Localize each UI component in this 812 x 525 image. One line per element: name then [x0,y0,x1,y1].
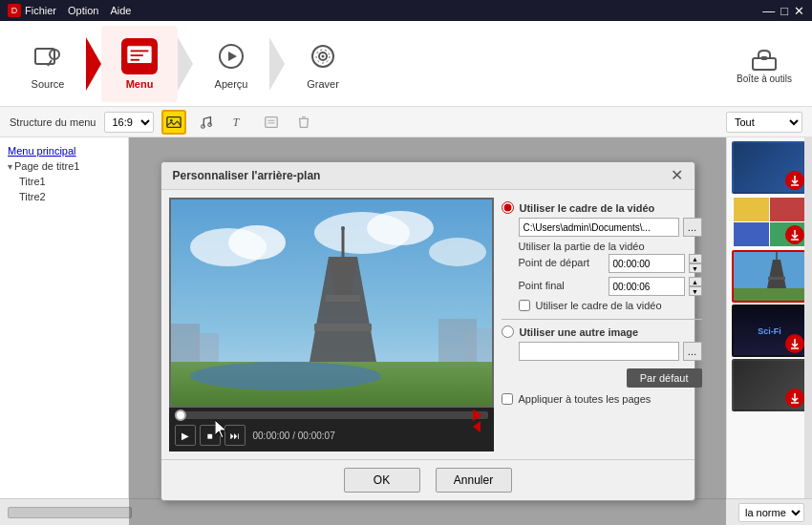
video-timeline: ▶ ■ ⏭ 00:00:00 / 00:00:07 [169,408,494,452]
use-other-image-label: Utiliser une autre image [520,326,639,338]
menu-aide[interactable]: Aide [110,5,131,16]
svg-point-16 [170,118,173,121]
download-icon-2 [785,225,804,244]
thumbnail-5[interactable] [732,359,808,411]
center-area: Personnaliser l'arrière-plan ✕ [129,137,726,525]
video-controls: ▶ ■ ⏭ 00:00:00 / 00:00:07 [175,423,488,448]
tout-select[interactable]: Tout [726,112,802,133]
delete-btn[interactable] [291,110,316,135]
tree-page-titre1[interactable]: ▾ Page de titre1 [4,158,124,174]
use-video-part-label: Utiliser la partie de la vidéo [519,241,702,252]
use-other-image-group: Utiliser une autre image … [502,326,702,361]
timeline-bar[interactable] [175,411,488,419]
next-button[interactable]: ⏭ [224,425,246,446]
use-video-frame-radio-row: Utiliser le cadre de la vidéo [502,201,702,214]
right-scrollbar[interactable] [804,137,812,525]
ratio-select[interactable]: 16:9 4:3 [104,112,154,133]
titlebar-left: D Fichier Option Aide [8,4,131,17]
background-image-btn[interactable] [161,110,186,135]
use-video-frame-group: Utiliser le cadre de la vidéo … Utiliser… [502,201,702,311]
play-button[interactable]: ▶ [175,425,196,446]
menu-option[interactable]: Option [68,5,98,16]
titlebar: D Fichier Option Aide — □ ✕ [0,0,812,21]
svg-rect-14 [761,56,767,60]
start-spin-down[interactable]: ▼ [689,263,702,273]
tree-menu-principal[interactable]: Menu principal [4,143,124,158]
menu-toolbar-bar: Structure du menu 16:9 4:3 T [0,107,812,137]
default-button[interactable]: Par défaut [627,368,702,388]
stop-button[interactable]: ■ [200,425,221,446]
thumbnail-2[interactable] [732,196,808,248]
close-button[interactable]: ✕ [794,5,804,17]
graver-icon [305,38,341,74]
maximize-button[interactable]: □ [780,5,788,17]
svg-rect-33 [314,324,372,331]
end-point-row: Point final ▲ ▼ [519,277,702,296]
toolbar-menu[interactable]: Menu [101,26,178,102]
start-spin: ▲ ▼ [689,254,702,273]
video-frame [169,198,494,408]
apercu-label: Aperçu [215,78,248,90]
svg-text:T: T [232,116,240,128]
main-toolbar: Source Menu Aperçu [0,21,812,107]
svg-rect-39 [195,333,219,362]
end-point-input[interactable] [609,277,685,296]
use-other-image-radio[interactable] [502,326,514,338]
start-point-label: Point de départ [519,257,605,268]
scifi-label: Sci-Fi [758,326,781,336]
use-video-frame-radio[interactable] [502,201,514,214]
cancel-button[interactable]: Annuler [436,468,512,493]
structure-label: Structure du menu [10,116,96,128]
thumbnail-1[interactable] [732,141,808,194]
svg-rect-46 [734,288,808,303]
thumbnail-3[interactable] [732,250,808,303]
music-btn[interactable] [194,110,219,135]
toolbar-graver[interactable]: Graver [285,26,361,102]
start-spin-up[interactable]: ▲ [689,254,702,263]
right-panel: Sci-Fi [726,137,812,525]
browse-btn[interactable]: … [683,218,702,237]
graver-label: Graver [307,78,339,90]
svg-rect-20 [265,116,276,127]
end-spin-down[interactable]: ▼ [689,286,702,296]
modal-header: Personnaliser l'arrière-plan ✕ [161,162,694,190]
use-frame-checkbox[interactable] [519,300,530,311]
other-image-path-row: … [519,342,702,361]
ok-button[interactable]: OK [344,468,420,493]
left-panel: Menu principal ▾ Page de titre1 Titre1 T… [0,137,129,525]
properties-btn[interactable] [259,110,284,135]
browse-image-btn[interactable]: … [683,342,702,361]
apply-all-checkbox[interactable] [502,393,513,405]
norm-select[interactable]: la norme PAL NTSC [738,503,804,522]
svg-rect-15 [166,116,180,127]
toolbar-boite[interactable]: Boîte à outils [726,26,802,102]
text-btn[interactable]: T [226,110,251,135]
apply-all-row: Appliquer à toutes les pages [502,393,702,405]
start-point-row: Point de départ ▲ ▼ [519,254,702,273]
download-icon-5 [785,388,804,408]
minimize-button[interactable]: — [762,5,775,17]
tree-titre1[interactable]: Titre1 [4,174,124,189]
separator [502,319,702,320]
svg-point-31 [190,362,381,390]
modal-dialog: Personnaliser l'arrière-plan ✕ [160,161,695,501]
modal-body: ▶ ■ ⏭ 00:00:00 / 00:00:07 [161,190,694,459]
modal-close-button[interactable]: ✕ [671,168,683,183]
titlebar-menu: Fichier Option Aide [25,5,131,16]
end-spin-up[interactable]: ▲ [689,277,702,286]
apercu-icon [213,38,249,74]
video-path-input[interactable] [519,218,679,237]
toolbar-apercu[interactable]: Aperçu [193,26,269,102]
menu-fichier[interactable]: Fichier [25,5,56,16]
svg-point-37 [341,226,345,230]
tree-titre2[interactable]: Titre2 [4,189,124,204]
source-label: Source [32,78,65,90]
start-point-input[interactable] [609,254,685,273]
toolbar-source[interactable]: Source [10,26,86,102]
other-image-input[interactable] [519,342,679,361]
modal-overlay: Personnaliser l'arrière-plan ✕ [129,137,726,525]
timeline-thumb[interactable] [175,410,186,421]
menu-label: Menu [126,78,154,90]
arrow-divider-3 [269,37,285,91]
thumbnail-4[interactable]: Sci-Fi [732,304,808,357]
